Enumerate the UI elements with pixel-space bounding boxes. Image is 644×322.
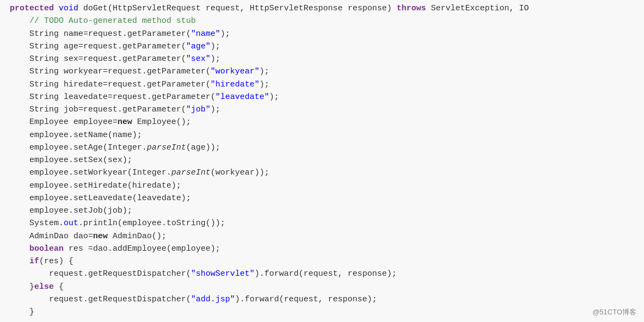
code-line-5: String sex=request.getParameter("sex"); — [0, 53, 644, 65]
code-line-18: System.out.println(employee.toString()); — [0, 217, 644, 230]
code-container: protected void doGet(HttpServletRequest … — [0, 0, 644, 322]
code-line-20: boolean res =dao.addEmployee(employee); — [0, 243, 644, 255]
code-line-16: employee.setLeavedate(leavedate); — [0, 192, 644, 205]
code-line-4: String age=request.getParameter("age"); — [0, 40, 644, 53]
code-line-19: AdminDao dao=new AdminDao(); — [0, 230, 644, 243]
code-line-2: // TODO Auto-generated method stub — [0, 15, 644, 27]
code-line-21: if(res) { — [0, 255, 644, 268]
code-line-1: protected void doGet(HttpServletRequest … — [0, 2, 644, 15]
code-line-12: employee.setAge(Integer.parseInt(age)); — [0, 141, 644, 154]
code-line-9: String job=request.getParameter("job"); — [0, 103, 644, 116]
code-line-8: String leavedate=request.getParameter("l… — [0, 91, 644, 103]
code-line-10: Employee employee=new Employee(); — [0, 116, 644, 128]
code-line-7: String hiredate=request.getParameter("hi… — [0, 78, 644, 91]
code-line-17: employee.setJob(job); — [0, 205, 644, 217]
code-line-15: employee.setHiredate(hiredate); — [0, 179, 644, 192]
code-line-6: String workyear=request.getParameter("wo… — [0, 65, 644, 78]
code-line-23: }else { — [0, 281, 644, 293]
code-line-14: employee.setWorkyear(Integer.parseInt(wo… — [0, 166, 644, 179]
code-line-13: employee.setSex(sex); — [0, 154, 644, 166]
code-line-25: } — [0, 306, 644, 318]
code-line-11: employee.setName(name); — [0, 129, 644, 141]
watermark: @51CTO博客 — [592, 307, 636, 318]
code-line-3: String name=request.getParameter("name")… — [0, 28, 644, 40]
code-line-24: request.getRequestDispatcher("add.jsp").… — [0, 293, 644, 306]
code-line-22: request.getRequestDispatcher("showServle… — [0, 268, 644, 280]
